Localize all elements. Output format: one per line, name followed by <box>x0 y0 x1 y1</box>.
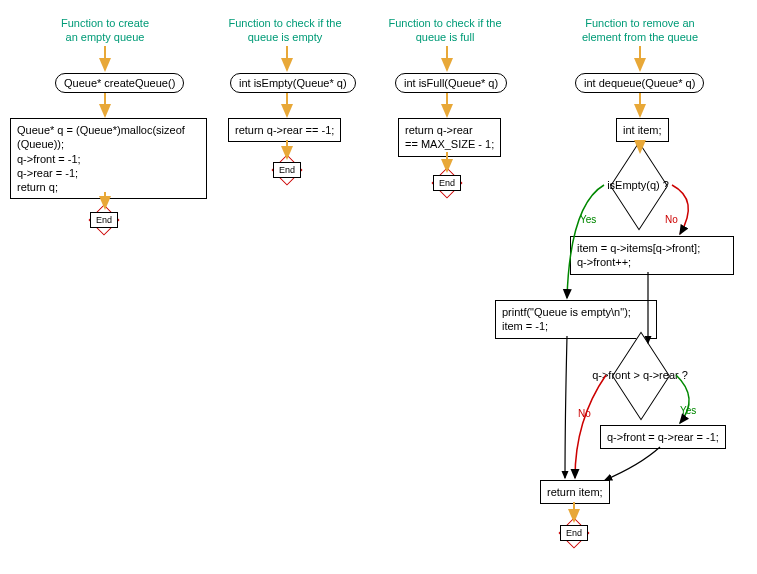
body-is-empty: return q->rear == -1; <box>228 118 341 142</box>
label-no-1: No <box>665 214 678 225</box>
end-create-queue: End <box>89 205 117 233</box>
cond-is-empty: isEmpty(q) ? <box>613 160 663 210</box>
label-yes-2: Yes <box>680 405 696 416</box>
head-create-queue: Queue* createQueue() <box>55 73 184 93</box>
yes-branch-box: printf("Queue is empty\n");item = -1; <box>495 300 657 339</box>
head-is-full: int isFull(Queue* q) <box>395 73 507 93</box>
label-yes-1: Yes <box>580 214 596 225</box>
body-is-full: return q->rear== MAX_SIZE - 1; <box>398 118 501 157</box>
return-box: return item; <box>540 480 610 504</box>
cond-front-gt-rear: q->front > q->rear ? <box>615 350 665 400</box>
head-dequeue: int dequeue(Queue* q) <box>575 73 704 93</box>
body-create-queue: Queue* q = (Queue*)malloc(sizeof(Queue))… <box>10 118 207 199</box>
end-dequeue: End <box>559 518 587 546</box>
reset-box: q->front = q->rear = -1; <box>600 425 726 449</box>
head-is-empty: int isEmpty(Queue* q) <box>230 73 356 93</box>
end-is-full: End <box>432 168 460 196</box>
end-is-empty: End <box>272 155 300 183</box>
label-no-2: No <box>578 408 591 419</box>
decl-dequeue: int item; <box>616 118 669 142</box>
caption-is-full: Function to check if thequeue is full <box>375 16 515 45</box>
caption-create-queue: Function to createan empty queue <box>40 16 170 45</box>
caption-is-empty: Function to check if thequeue is empty <box>215 16 355 45</box>
no-branch-box: item = q->items[q->front];q->front++; <box>570 236 734 275</box>
caption-dequeue: Function to remove anelement from the qu… <box>565 16 715 45</box>
